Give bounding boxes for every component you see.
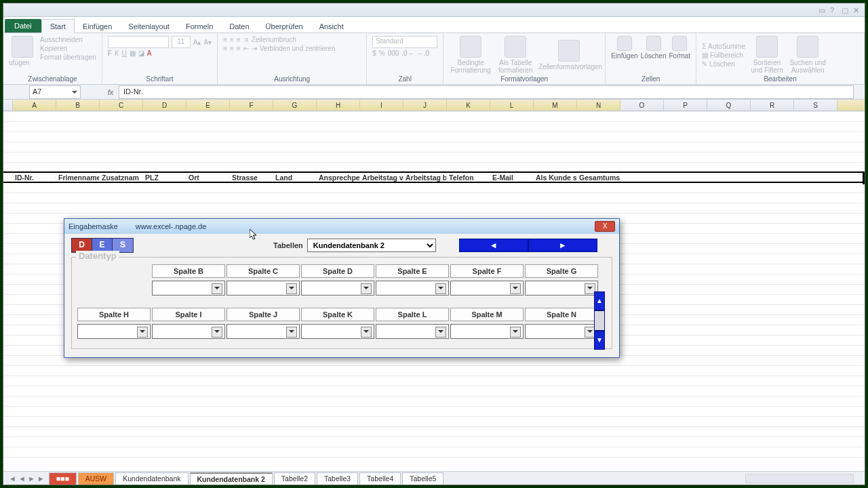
sheet-tab[interactable]: Kundendatenbank (115, 472, 188, 485)
comma-icon[interactable]: 000 (388, 49, 399, 57)
field-combo[interactable] (301, 324, 374, 339)
header-cell[interactable]: Zusatznam (100, 173, 143, 182)
field-combo[interactable] (525, 324, 598, 339)
help-icon[interactable]: ? (830, 6, 837, 14)
header-cell[interactable]: Land (273, 173, 317, 182)
bold-button[interactable]: F (108, 49, 112, 57)
tab-pagelayout[interactable]: Seitenlayout (120, 20, 178, 33)
sheet-tab[interactable]: Tabelle2 (274, 472, 315, 485)
col-header-K[interactable]: K (447, 100, 490, 110)
col-header-E[interactable]: E (186, 100, 230, 110)
mode-s-button[interactable]: S (113, 239, 133, 252)
cut-button[interactable]: Ausschneiden (40, 36, 83, 43)
orientation-icon[interactable]: ⤭ (243, 36, 249, 43)
minimize-icon[interactable]: ▭ (818, 6, 826, 14)
font-color-icon[interactable]: A (147, 49, 152, 57)
autosum-button[interactable]: Σ AutoSumme (702, 43, 745, 50)
sheet-tab[interactable]: Kundendatenbank 2 (190, 472, 273, 485)
grow-font-icon[interactable]: A▴ (193, 39, 201, 46)
mode-d-button[interactable]: D (72, 239, 92, 252)
align-left-icon[interactable]: ≡ (223, 45, 227, 52)
header-cell[interactable]: Arbeitstag v (360, 173, 403, 182)
cell-styles-icon[interactable] (558, 40, 580, 62)
col-header-I[interactable]: I (360, 100, 403, 110)
header-cell[interactable]: Telefon (447, 173, 490, 182)
dialog-close-button[interactable]: X (595, 221, 615, 232)
border-icon[interactable]: ▦ (130, 49, 136, 57)
col-header-D[interactable]: D (143, 100, 186, 110)
close-icon[interactable]: ✕ (853, 6, 861, 14)
field-combo[interactable] (301, 281, 374, 296)
header-cell[interactable]: ID-Nr. (13, 173, 56, 182)
number-format-select[interactable]: Standard (372, 36, 437, 48)
italic-button[interactable]: K (115, 49, 119, 57)
header-cell[interactable]: E-Mail (490, 173, 534, 182)
header-cell[interactable]: Gesamtumsatz (577, 173, 620, 182)
tab-formulas[interactable]: Formeln (178, 20, 221, 33)
format-painter-button[interactable]: Format übertragen (40, 54, 96, 61)
horizontal-scrollbar[interactable] (745, 474, 854, 483)
record-next-button[interactable]: ► (528, 239, 597, 252)
col-header-M[interactable]: M (534, 100, 577, 110)
field-combo[interactable] (226, 324, 300, 339)
tab-view[interactable]: Ansicht (311, 20, 352, 33)
field-combo[interactable] (450, 281, 524, 296)
col-header-P[interactable]: P (664, 100, 707, 110)
insert-cells-icon[interactable] (617, 36, 632, 51)
name-box[interactable]: A7 (29, 85, 81, 99)
sheet-tab[interactable]: ■■■ (49, 472, 77, 485)
sheet-tab[interactable]: Tabelle3 (317, 472, 358, 485)
find-select-icon[interactable] (797, 36, 818, 58)
field-combo[interactable] (226, 281, 300, 296)
clear-button[interactable]: ✎ Löschen (702, 60, 735, 68)
cond-format-icon[interactable] (460, 36, 481, 58)
tab-file[interactable]: Datei (5, 19, 41, 33)
col-header-A[interactable]: A (13, 100, 56, 110)
spin-down-button[interactable]: ▼ (594, 331, 605, 350)
table-header-row[interactable]: ID-Nr.FrimennameZusatznamPLZOrtStrasseLa… (3, 171, 865, 183)
header-cell[interactable]: Ansprechper (317, 173, 360, 182)
tab-review[interactable]: Überprüfen (258, 20, 311, 33)
header-cell[interactable]: Als Kunde se (534, 173, 577, 182)
col-header-B[interactable]: B (56, 100, 100, 110)
field-combo[interactable] (376, 324, 449, 339)
align-bot-icon[interactable]: ≡ (237, 36, 241, 43)
field-combo[interactable] (77, 324, 151, 339)
header-cell[interactable]: Strasse (230, 173, 273, 182)
dec-dec-icon[interactable]: ←.0 (417, 49, 429, 57)
field-combo[interactable] (450, 324, 524, 339)
copy-button[interactable]: Kopieren (40, 45, 67, 52)
field-combo[interactable] (152, 324, 225, 339)
fx-icon[interactable]: fx (105, 88, 116, 96)
col-header-Q[interactable]: Q (707, 100, 751, 110)
tab-start[interactable]: Start (41, 19, 75, 33)
header-cell[interactable]: PLZ (143, 173, 186, 182)
currency-icon[interactable]: $ (372, 49, 376, 57)
indent-inc-icon[interactable]: ⇥ (252, 45, 257, 52)
sheet-tab[interactable]: AUSW (78, 472, 115, 485)
percent-icon[interactable]: % (379, 49, 385, 57)
merge-center-button[interactable]: Verbinden und zentrieren (260, 45, 336, 52)
col-header-R[interactable]: R (751, 100, 794, 110)
col-header-F[interactable]: F (230, 100, 273, 110)
sort-filter-icon[interactable] (756, 36, 778, 58)
align-center-icon[interactable]: ≡ (230, 45, 234, 52)
col-header-H[interactable]: H (317, 100, 360, 110)
fill-color-icon[interactable]: ◪ (138, 49, 144, 57)
align-top-icon[interactable]: ≡ (223, 36, 227, 43)
sheet-tab[interactable]: Tabelle5 (402, 472, 443, 485)
col-header-L[interactable]: L (490, 100, 534, 110)
col-header-J[interactable]: J (403, 100, 447, 110)
header-cell[interactable]: Arbeitstag b (403, 173, 447, 182)
font-size-select[interactable]: 11 (172, 36, 191, 48)
indent-dec-icon[interactable]: ⇤ (243, 45, 249, 52)
spin-up-button[interactable]: ▲ (594, 291, 605, 310)
field-combo[interactable] (376, 281, 449, 296)
sheet-tab[interactable]: Tabelle4 (359, 472, 401, 485)
col-header-C[interactable]: C (100, 100, 143, 110)
delete-cells-icon[interactable] (646, 36, 661, 51)
shrink-font-icon[interactable]: A▾ (204, 39, 212, 46)
record-prev-button[interactable]: ◄ (459, 239, 528, 252)
col-header-G[interactable]: G (273, 100, 317, 110)
formula-input[interactable]: ID-Nr. (119, 85, 854, 99)
